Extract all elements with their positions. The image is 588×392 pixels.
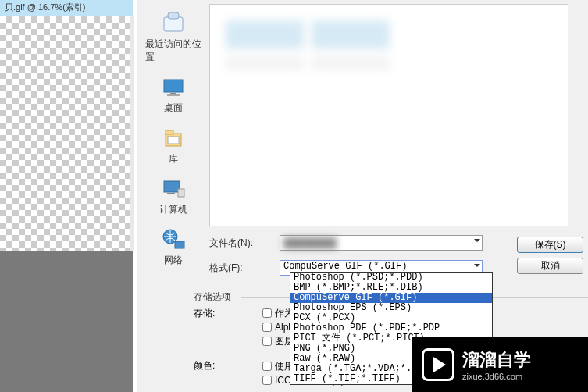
color-label: 颜色: [194, 359, 215, 372]
places-sidebar: 最近访问的位置 桌面 库 计算机 网络 [142, 8, 205, 250]
svg-rect-6 [166, 130, 173, 134]
chevron-down-icon[interactable] [474, 264, 480, 267]
place-desktop-label: 桌面 [164, 102, 183, 115]
checkbox-icc[interactable] [262, 376, 272, 385]
place-recent[interactable]: 最近访问的位置 [142, 8, 205, 67]
network-icon [161, 227, 186, 252]
watermark-url: zixue.3d66.com [462, 372, 531, 381]
format-value: CompuServe GIF (*.GIF) [283, 261, 407, 272]
computer-icon [161, 176, 186, 201]
watermark-overlay: 溜溜自学 zixue.3d66.com [412, 337, 588, 392]
svg-rect-0 [164, 17, 183, 31]
format-option[interactable]: CompuServe GIF (*.GIF) [290, 293, 492, 303]
checkbox-use-proof[interactable] [262, 362, 272, 371]
place-network[interactable]: 网络 [158, 224, 189, 270]
format-option[interactable]: Photoshop PDF (*.PDF;*.PDP [290, 323, 492, 333]
document-tab[interactable]: 贝.gif @ 16.7%(索引) [0, 0, 133, 16]
file-browse-area[interactable] [209, 4, 568, 226]
checkbox-as-copy[interactable] [262, 308, 272, 318]
cancel-button[interactable]: 取消 [517, 258, 583, 274]
desktop-icon [161, 75, 186, 100]
svg-rect-1 [168, 12, 179, 19]
filename-value-blurred: ████████ [283, 237, 337, 248]
place-library[interactable]: 库 [158, 123, 189, 169]
storage-options-title: 存储选项 [194, 290, 231, 304]
place-network-label: 网络 [164, 254, 183, 267]
svg-rect-7 [168, 137, 179, 144]
filename-label: 文件名(N): [209, 237, 280, 250]
format-option[interactable]: PCX (*.PCX) [290, 313, 492, 323]
workspace-gray [0, 251, 133, 392]
place-desktop[interactable]: 桌面 [158, 72, 189, 118]
svg-rect-4 [167, 94, 180, 96]
svg-rect-9 [178, 189, 184, 197]
svg-rect-8 [164, 181, 180, 192]
svg-rect-10 [167, 193, 175, 194]
checkbox-layers[interactable] [262, 337, 272, 346]
file-thumbnail[interactable] [226, 20, 304, 91]
format-option[interactable]: Photoshop EPS (*.EPS) [290, 303, 492, 313]
format-option[interactable]: BMP (*.BMP;*.RLE;*.DIB) [290, 283, 492, 293]
svg-rect-2 [164, 80, 183, 92]
format-label: 格式(F): [209, 262, 280, 275]
library-icon [161, 126, 186, 151]
place-library-label: 库 [169, 152, 178, 166]
svg-rect-12 [175, 241, 184, 248]
save-dialog: 最近访问的位置 桌面 库 计算机 网络 [137, 0, 588, 392]
scrollbar-vertical[interactable] [130, 16, 134, 251]
svg-rect-3 [170, 93, 176, 94]
place-computer-label: 计算机 [159, 203, 187, 216]
storage-save-label: 存储: [194, 307, 231, 320]
file-thumbnail[interactable] [312, 20, 390, 91]
checkbox-alpha[interactable] [262, 323, 272, 332]
canvas-checkerboard [0, 16, 133, 251]
chevron-down-icon[interactable] [474, 239, 480, 242]
filename-input[interactable]: ████████ [280, 235, 483, 251]
watermark-title: 溜溜自学 [462, 348, 531, 372]
save-button[interactable]: 保存(S) [517, 237, 583, 253]
recent-places-icon [161, 11, 186, 36]
place-computer[interactable]: 计算机 [156, 173, 191, 219]
format-option[interactable]: Photoshop (*.PSD;*.PDD) [290, 273, 492, 283]
play-icon [422, 348, 454, 381]
place-recent-label: 最近访问的位置 [145, 37, 201, 64]
